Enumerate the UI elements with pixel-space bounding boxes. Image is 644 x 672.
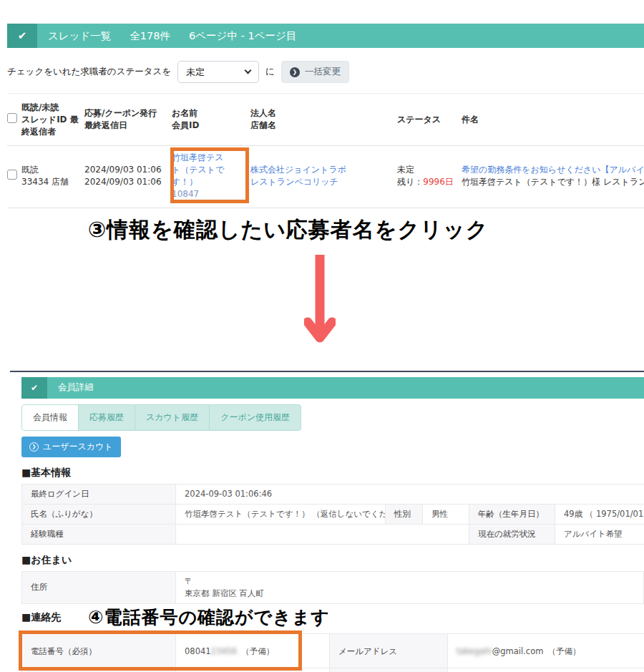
last-login-label: 最終ログイン日 xyxy=(22,484,176,504)
tab-application-history[interactable]: 応募履歴 xyxy=(79,405,135,430)
column-header-subject: 件名 xyxy=(456,114,644,126)
user-scout-button[interactable]: ❯ ユーザースカウト xyxy=(21,437,121,457)
thread-list-header-text: スレッド一覧 全178件 6ページ中 - 1ページ目 xyxy=(37,24,296,48)
tab-coupon-history[interactable]: クーポン使用履歴 xyxy=(210,405,301,430)
bulk-action-label: チェックをいれた求職者のステータスを xyxy=(7,66,171,78)
column-header-name: お名前 会員ID xyxy=(172,107,245,132)
thread-list-page-info: 6ページ中 - 1ページ目 xyxy=(189,29,296,43)
applicant-name-link[interactable]: 竹垣孝啓テスト（テストです！） xyxy=(172,152,228,188)
career-label: 経験職種 xyxy=(22,524,176,544)
member-detail-tabs: 会員情報 応募履歴 スカウト履歴 クーポン使用履歴 xyxy=(21,404,301,431)
store-link[interactable]: レストランペコリッチ xyxy=(250,176,391,188)
phone-visible-digits: 08041 xyxy=(185,646,211,656)
applied-date: 2024/09/03 01:06 xyxy=(84,164,172,176)
thread-list-total-count: 全178件 xyxy=(130,29,170,43)
age-value: 49歳 （ 1975/01/01 ） xyxy=(555,504,644,524)
gender-value: 男性 xyxy=(423,504,469,524)
corporation-link[interactable]: 株式会社ジョイントラボ xyxy=(250,164,391,176)
name-label: 氏名（ふりがな） xyxy=(22,504,176,524)
email-value: takegahi@gmail.com（予備） xyxy=(448,634,644,668)
last-login-value: 2024-09-03 01:06:46 xyxy=(176,484,644,504)
read-status: 既読 xyxy=(21,164,84,176)
circle-arrow-icon: ❯ xyxy=(29,442,39,452)
row-checkbox[interactable] xyxy=(7,170,17,180)
member-detail-section: ✔ 会員詳細 会員情報 応募履歴 スカウト履歴 クーポン使用履歴 ❯ ユーザース… xyxy=(10,371,644,672)
address-text: 東京都 新宿区 百人町 xyxy=(185,588,264,598)
address-label: 住所 xyxy=(22,571,176,604)
member-detail-title: 会員詳細 xyxy=(58,381,94,394)
thread-list-title: スレッド一覧 xyxy=(48,29,111,43)
remaining-value: 9996日 xyxy=(423,177,454,187)
thread-list-section: ✔ スレッド一覧 全178件 6ページ中 - 1ページ目 チェックをいれた求職者… xyxy=(0,0,644,359)
column-header-dates: 応募/クーポン発行 最終返信日 xyxy=(84,107,172,132)
circle-arrow-icon: ❯ xyxy=(290,67,300,77)
thread-table-header-row: 既読/未読 スレッドID 最終返信者 応募/クーポン発行 最終返信日 お名前 会… xyxy=(7,93,644,146)
section-heading-contact: ■連絡先 xyxy=(21,611,61,624)
bulk-action-bar: チェックをいれた求職者のステータスを 未定 に ❯ 一括変更 xyxy=(7,61,644,83)
step4-annotation: ④電話番号の確認ができます xyxy=(88,605,330,629)
phone-label: 電話番号（必須） xyxy=(22,634,176,668)
email-label: メールアドレス xyxy=(330,634,448,668)
family-message-value: 可能 xyxy=(448,668,644,672)
postal-mark: 〒 xyxy=(185,576,193,586)
step3-annotation: ③情報を確認したい応募者名をクリック xyxy=(0,215,637,245)
residence-table: 住所 〒 東京都 新宿区 百人町 xyxy=(21,571,644,605)
remaining-prefix: 残り： xyxy=(397,177,423,187)
family-message-label: 家族への伝言 xyxy=(330,668,448,672)
subject-subtext: 竹垣孝啓テスト（テストです！）様 レストランペコ… xyxy=(462,176,644,188)
arrow-area xyxy=(0,255,644,359)
last-reply-date: 2024/09/03 01:06 xyxy=(84,176,172,188)
contact-time-value: 自宅：0時～23時 携帯：0時～23時 xyxy=(176,668,330,672)
basic-info-table: 最終ログイン日 2024-09-03 01:06:46 氏名（ふりがな） 竹垣孝… xyxy=(21,484,644,545)
contact-heading-row: ■連絡先 ④電話番号の確認ができます xyxy=(21,605,644,629)
tab-scout-history[interactable]: スカウト履歴 xyxy=(135,405,210,430)
phone-masked-digits: 23456 xyxy=(211,646,238,656)
thread-list-header: ✔ スレッド一覧 全178件 6ページ中 - 1ページ目 xyxy=(7,24,644,48)
age-label: 年齢（生年月日） xyxy=(469,504,555,524)
work-status-value: アルバイト希望 xyxy=(555,524,644,544)
bulk-action-particle: に xyxy=(265,66,275,78)
email-masked-part: takegahi xyxy=(457,646,492,656)
phone-value: 0804123456（予備） xyxy=(176,634,330,668)
check-icon: ✔ xyxy=(21,377,47,399)
address-value: 〒 東京都 新宿区 百人町 xyxy=(176,571,644,604)
check-icon: ✔ xyxy=(7,24,37,48)
tab-member-info[interactable]: 会員情報 xyxy=(22,405,79,430)
bulk-change-label: 一括変更 xyxy=(305,66,341,78)
down-arrow-icon xyxy=(304,255,336,346)
name-value: 竹垣孝啓テスト（テストです！） （返信しないでください） xyxy=(176,504,386,524)
bulk-change-button[interactable]: ❯ 一括変更 xyxy=(281,61,349,83)
work-status-label: 現在の就労状況 xyxy=(469,524,555,544)
thread-row: 既読 33434 店舗 2024/09/03 01:06 2024/09/03 … xyxy=(7,146,644,208)
select-all-checkbox[interactable] xyxy=(7,113,17,123)
phone-note: （予備） xyxy=(241,646,274,656)
contact-table: 電話番号（必須） 0804123456（予備） メールアドレス takegahi… xyxy=(21,633,644,672)
thread-id: 33434 店舗 xyxy=(21,176,84,188)
section-heading-basic-info: ■基本情報 xyxy=(21,467,644,479)
email-domain: @gmail.com xyxy=(492,646,544,656)
member-detail-header: ✔ 会員詳細 xyxy=(21,377,644,399)
gender-label: 性別 xyxy=(386,504,423,524)
column-header-status: ステータス xyxy=(391,114,456,126)
section-heading-residence: ■お住まい xyxy=(21,554,644,567)
column-header-company: 法人名 店舗名 xyxy=(245,107,391,132)
bulk-status-value: 未定 xyxy=(186,66,205,79)
user-scout-label: ユーザースカウト xyxy=(43,441,113,453)
contact-table-wrap: 電話番号（必須） 0804123456（予備） メールアドレス takegahi… xyxy=(21,633,644,672)
contact-time-label: 希望連絡時間 xyxy=(22,668,176,672)
select-caret-icon xyxy=(245,67,252,74)
career-value xyxy=(176,524,469,544)
thread-table: 既読/未読 スレッドID 最終返信者 応募/クーポン発行 最終返信日 お名前 会… xyxy=(7,93,644,208)
email-note: （予備） xyxy=(547,646,580,656)
bulk-status-select[interactable]: 未定 xyxy=(177,61,259,83)
status-text: 未定 xyxy=(397,164,456,176)
remaining-days: 残り：9996日 xyxy=(397,176,456,188)
member-id: 10847 xyxy=(172,188,228,200)
column-header-read-status: 既読/未読 スレッドID 最終返信者 xyxy=(21,102,84,137)
subject-link[interactable]: 希望の勤務条件をお知らせください【アルバイト・パ… xyxy=(462,164,644,176)
